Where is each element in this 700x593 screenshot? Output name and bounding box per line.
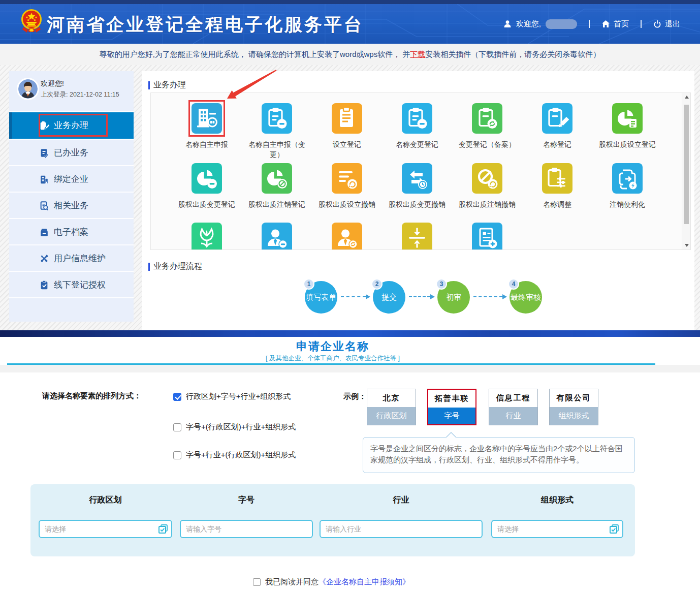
example-box-行政区划[interactable]: 北京 行政区划 bbox=[367, 389, 416, 425]
example-tag: 行业 bbox=[489, 407, 537, 425]
title-bar-accent bbox=[148, 263, 150, 271]
field-input-wrap-组织形式 bbox=[491, 520, 623, 538]
field-input-wrap-行业 bbox=[320, 520, 483, 538]
menu-biz-icon bbox=[39, 120, 49, 131]
site-title: 河南省企业登记全程电子化服务平台 bbox=[47, 4, 364, 44]
service-tile-股权出质变更登记[interactable]: 股权出质变更登记 bbox=[172, 163, 242, 209]
pie-doc-icon bbox=[612, 103, 643, 134]
menu-done-icon bbox=[39, 148, 49, 158]
sidebar-item-label: 业务办理 bbox=[54, 112, 88, 139]
flow-step-4: 4 最终审核 bbox=[510, 281, 542, 314]
option-checkbox[interactable] bbox=[173, 451, 181, 459]
field-header-字号: 字号 bbox=[180, 495, 313, 506]
flow-step-label: 初审 bbox=[446, 293, 461, 302]
lines-undo-icon bbox=[332, 163, 362, 194]
arrangement-option-3[interactable]: 字号+行业+(行政区划)+组织形式 bbox=[173, 450, 296, 460]
user-icon bbox=[503, 20, 512, 28]
service-tile[interactable] bbox=[452, 223, 522, 250]
service-tile-股权出质变更撤销[interactable]: 股权出质变更撤销 bbox=[382, 163, 452, 209]
service-tile-名称自主申报[interactable]: 名称自主申报 bbox=[172, 103, 242, 160]
gray-strip bbox=[0, 365, 700, 372]
service-tile-股权出质注销登记[interactable]: 股权出质注销登记 bbox=[242, 163, 312, 209]
sidebar-item-6[interactable]: 用户信息维护 bbox=[9, 244, 134, 271]
example-tag: 字号 bbox=[428, 408, 475, 424]
example-box-组织形式[interactable]: 有限公司 组织形式 bbox=[549, 389, 598, 425]
select-checkbox-icon[interactable] bbox=[158, 524, 168, 534]
clipboard-minus-icon bbox=[262, 103, 292, 134]
person-minus-icon bbox=[262, 223, 292, 250]
sidebar-item-4[interactable]: 相关业务 bbox=[9, 192, 134, 218]
service-tile[interactable] bbox=[312, 223, 382, 250]
flow-connector bbox=[341, 296, 366, 297]
scrollbar-thumb[interactable] bbox=[684, 105, 689, 224]
service-tile-名称登记[interactable]: 名称登记 bbox=[522, 103, 592, 160]
scrollbar-down-arrow[interactable] bbox=[682, 241, 691, 249]
header-user-nav: 欢迎您, 首页 退出 bbox=[503, 4, 680, 44]
arrangement-label: 请选择名称要素的排列方式： bbox=[42, 391, 141, 401]
sidebar-item-2[interactable]: 已办业务 bbox=[9, 139, 134, 165]
avatar bbox=[18, 79, 38, 99]
flow-step-number: 3 bbox=[436, 278, 447, 290]
menu-auth-icon bbox=[39, 280, 49, 290]
service-tile[interactable] bbox=[242, 223, 312, 250]
field-header-组织形式: 组织形式 bbox=[491, 495, 623, 506]
service-tile-变更登记（备案）[interactable]: 变更登记（备案） bbox=[452, 103, 522, 160]
option-checkbox[interactable] bbox=[173, 423, 181, 431]
field-input-行政区划[interactable] bbox=[40, 521, 171, 537]
example-box-字号[interactable]: 拓普丰联 字号 bbox=[427, 389, 476, 425]
clipboard-minus-icon bbox=[402, 103, 432, 134]
service-tile-股权出质注销撤销[interactable]: 股权出质注销撤销 bbox=[452, 163, 522, 209]
sidebar: 欢迎您! 上次登录: 2021-12-02 11:15 业务办理 已办业务 绑定… bbox=[9, 71, 134, 322]
section-title-business: 业务办理 bbox=[148, 80, 186, 90]
merge-icon bbox=[402, 223, 432, 250]
notice-text-post: 安装相关插件（下载插件前，请务必关闭杀毒软件） bbox=[425, 50, 600, 58]
select-checkbox-icon[interactable] bbox=[610, 524, 619, 534]
sidebar-item-5[interactable]: 电子档案 bbox=[9, 218, 134, 244]
service-label: 股权出质设立登记 bbox=[592, 139, 662, 149]
arrangement-option-2[interactable]: 字号+(行政区划)+行业+组织形式 bbox=[173, 422, 296, 432]
example-tag: 组织形式 bbox=[550, 407, 598, 425]
sidebar-item-3[interactable]: 绑定企业 bbox=[9, 165, 134, 192]
sidebar-item-7[interactable]: 线下登记授权 bbox=[9, 271, 134, 297]
field-input-wrap-行政区划 bbox=[39, 520, 172, 538]
service-tile[interactable] bbox=[382, 223, 452, 250]
agree-checkbox[interactable] bbox=[253, 578, 261, 586]
sidebar-greeting: 欢迎您! bbox=[41, 79, 64, 88]
top-strip bbox=[0, 0, 700, 4]
sidebar-user-box: 欢迎您! 上次登录: 2021-12-02 11:15 bbox=[9, 71, 134, 112]
scrollbar-up-arrow[interactable] bbox=[682, 93, 691, 101]
service-tile-名称调整[interactable]: 名称调整 bbox=[522, 163, 592, 209]
field-input-行业[interactable] bbox=[321, 521, 482, 537]
agree-link[interactable]: 《企业名称自主申报须知》 bbox=[319, 577, 410, 587]
service-tile-股权出质设立撤销[interactable]: 股权出质设立撤销 bbox=[312, 163, 382, 209]
service-tile-名称变更登记[interactable]: 名称变更登记 bbox=[382, 103, 452, 160]
divider bbox=[589, 20, 590, 28]
option-label: 字号+(行政区划)+行业+组织形式 bbox=[186, 422, 296, 432]
service-tile-股权出质设立登记[interactable]: 股权出质设立登记 bbox=[592, 103, 662, 160]
option-checkbox-checked[interactable] bbox=[173, 393, 181, 401]
download-link[interactable]: 下载 bbox=[410, 50, 425, 58]
sidebar-footer-space bbox=[9, 297, 134, 320]
tip-text: 字号是企业之间区分的标志，企业名称中的字号应当由2个或2个以上符合国家规范的汉字… bbox=[370, 444, 623, 464]
example-box-行业[interactable]: 信息工程 行业 bbox=[489, 389, 538, 425]
service-tile-设立登记[interactable]: 设立登记 bbox=[312, 103, 382, 160]
title-bar-accent bbox=[148, 81, 150, 89]
service-tile-注销便利化[interactable]: 注销便利化 bbox=[592, 163, 662, 209]
field-input-组织形式[interactable] bbox=[492, 521, 622, 537]
field-header-行业: 行业 bbox=[320, 495, 483, 506]
service-tile-名称自主申报（变更）[interactable]: 名称自主申报（变更） bbox=[242, 103, 312, 160]
header-banner: 河南省企业登记全程电子化服务平台 欢迎您, 首页 bbox=[0, 4, 700, 44]
tulip-icon bbox=[192, 223, 222, 250]
sidebar-item-1[interactable]: 业务办理 bbox=[9, 112, 134, 139]
arrangement-option-1[interactable]: 行政区划+字号+行业+组织形式 bbox=[173, 392, 291, 401]
nav-logout[interactable]: 退出 bbox=[653, 19, 680, 29]
main-content: 业务办理 名称自主申报 名称自主申报（变更） 设立登记 名称变更登记 变更登记（… bbox=[142, 71, 694, 330]
doc-plus-icon bbox=[472, 223, 502, 250]
nav-home[interactable]: 首页 bbox=[601, 19, 629, 29]
sidebar-item-label: 已办业务 bbox=[54, 140, 88, 166]
flow-step-label: 最终审核 bbox=[511, 293, 541, 302]
field-input-字号[interactable] bbox=[181, 521, 312, 537]
flow-step-3: 3 初审 bbox=[437, 281, 470, 314]
service-tile[interactable] bbox=[172, 223, 242, 250]
flow-connector bbox=[409, 296, 430, 297]
